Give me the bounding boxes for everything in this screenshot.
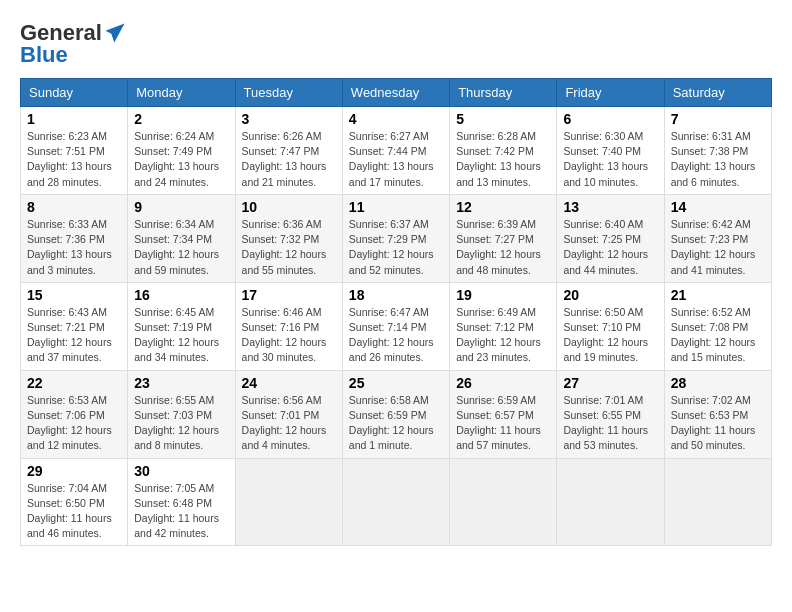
calendar-cell: 6Sunrise: 6:30 AMSunset: 7:40 PMDaylight… xyxy=(557,107,664,195)
day-info: Sunrise: 6:30 AMSunset: 7:40 PMDaylight:… xyxy=(563,129,657,190)
day-info: Sunrise: 6:52 AMSunset: 7:08 PMDaylight:… xyxy=(671,305,765,366)
day-number: 25 xyxy=(349,375,443,391)
calendar-cell xyxy=(235,458,342,546)
day-info: Sunrise: 6:40 AMSunset: 7:25 PMDaylight:… xyxy=(563,217,657,278)
calendar-cell: 15Sunrise: 6:43 AMSunset: 7:21 PMDayligh… xyxy=(21,282,128,370)
day-info: Sunrise: 7:02 AMSunset: 6:53 PMDaylight:… xyxy=(671,393,765,454)
day-info: Sunrise: 6:50 AMSunset: 7:10 PMDaylight:… xyxy=(563,305,657,366)
day-info: Sunrise: 6:59 AMSunset: 6:57 PMDaylight:… xyxy=(456,393,550,454)
calendar-cell: 2Sunrise: 6:24 AMSunset: 7:49 PMDaylight… xyxy=(128,107,235,195)
day-number: 15 xyxy=(27,287,121,303)
calendar-cell: 9Sunrise: 6:34 AMSunset: 7:34 PMDaylight… xyxy=(128,194,235,282)
calendar-cell xyxy=(450,458,557,546)
day-number: 9 xyxy=(134,199,228,215)
day-header-tuesday: Tuesday xyxy=(235,79,342,107)
calendar-cell: 28Sunrise: 7:02 AMSunset: 6:53 PMDayligh… xyxy=(664,370,771,458)
day-number: 11 xyxy=(349,199,443,215)
day-info: Sunrise: 6:24 AMSunset: 7:49 PMDaylight:… xyxy=(134,129,228,190)
calendar-week-row: 29Sunrise: 7:04 AMSunset: 6:50 PMDayligh… xyxy=(21,458,772,546)
calendar-cell: 4Sunrise: 6:27 AMSunset: 7:44 PMDaylight… xyxy=(342,107,449,195)
calendar-body: 1Sunrise: 6:23 AMSunset: 7:51 PMDaylight… xyxy=(21,107,772,546)
calendar-header-row: SundayMondayTuesdayWednesdayThursdayFrid… xyxy=(21,79,772,107)
day-info: Sunrise: 6:31 AMSunset: 7:38 PMDaylight:… xyxy=(671,129,765,190)
day-info: Sunrise: 6:53 AMSunset: 7:06 PMDaylight:… xyxy=(27,393,121,454)
calendar-cell: 29Sunrise: 7:04 AMSunset: 6:50 PMDayligh… xyxy=(21,458,128,546)
calendar-cell: 23Sunrise: 6:55 AMSunset: 7:03 PMDayligh… xyxy=(128,370,235,458)
day-header-friday: Friday xyxy=(557,79,664,107)
calendar-cell xyxy=(557,458,664,546)
page-header: General Blue xyxy=(20,20,772,68)
day-number: 14 xyxy=(671,199,765,215)
day-info: Sunrise: 7:01 AMSunset: 6:55 PMDaylight:… xyxy=(563,393,657,454)
day-info: Sunrise: 6:23 AMSunset: 7:51 PMDaylight:… xyxy=(27,129,121,190)
day-number: 5 xyxy=(456,111,550,127)
calendar-cell: 17Sunrise: 6:46 AMSunset: 7:16 PMDayligh… xyxy=(235,282,342,370)
calendar-cell: 16Sunrise: 6:45 AMSunset: 7:19 PMDayligh… xyxy=(128,282,235,370)
calendar-cell: 19Sunrise: 6:49 AMSunset: 7:12 PMDayligh… xyxy=(450,282,557,370)
day-number: 8 xyxy=(27,199,121,215)
day-number: 26 xyxy=(456,375,550,391)
day-info: Sunrise: 6:34 AMSunset: 7:34 PMDaylight:… xyxy=(134,217,228,278)
calendar-cell: 25Sunrise: 6:58 AMSunset: 6:59 PMDayligh… xyxy=(342,370,449,458)
svg-marker-0 xyxy=(105,23,124,42)
day-info: Sunrise: 6:33 AMSunset: 7:36 PMDaylight:… xyxy=(27,217,121,278)
calendar-cell: 5Sunrise: 6:28 AMSunset: 7:42 PMDaylight… xyxy=(450,107,557,195)
day-info: Sunrise: 6:28 AMSunset: 7:42 PMDaylight:… xyxy=(456,129,550,190)
day-number: 4 xyxy=(349,111,443,127)
calendar-cell: 30Sunrise: 7:05 AMSunset: 6:48 PMDayligh… xyxy=(128,458,235,546)
day-info: Sunrise: 6:36 AMSunset: 7:32 PMDaylight:… xyxy=(242,217,336,278)
day-info: Sunrise: 6:45 AMSunset: 7:19 PMDaylight:… xyxy=(134,305,228,366)
calendar-cell xyxy=(342,458,449,546)
day-number: 2 xyxy=(134,111,228,127)
calendar-cell: 14Sunrise: 6:42 AMSunset: 7:23 PMDayligh… xyxy=(664,194,771,282)
day-number: 27 xyxy=(563,375,657,391)
day-header-saturday: Saturday xyxy=(664,79,771,107)
day-info: Sunrise: 6:58 AMSunset: 6:59 PMDaylight:… xyxy=(349,393,443,454)
day-number: 21 xyxy=(671,287,765,303)
day-header-monday: Monday xyxy=(128,79,235,107)
day-number: 23 xyxy=(134,375,228,391)
day-info: Sunrise: 6:27 AMSunset: 7:44 PMDaylight:… xyxy=(349,129,443,190)
calendar-cell: 18Sunrise: 6:47 AMSunset: 7:14 PMDayligh… xyxy=(342,282,449,370)
day-number: 22 xyxy=(27,375,121,391)
day-info: Sunrise: 6:47 AMSunset: 7:14 PMDaylight:… xyxy=(349,305,443,366)
day-info: Sunrise: 6:56 AMSunset: 7:01 PMDaylight:… xyxy=(242,393,336,454)
day-number: 16 xyxy=(134,287,228,303)
day-info: Sunrise: 6:49 AMSunset: 7:12 PMDaylight:… xyxy=(456,305,550,366)
day-number: 1 xyxy=(27,111,121,127)
calendar-cell: 7Sunrise: 6:31 AMSunset: 7:38 PMDaylight… xyxy=(664,107,771,195)
day-info: Sunrise: 6:55 AMSunset: 7:03 PMDaylight:… xyxy=(134,393,228,454)
calendar-cell: 27Sunrise: 7:01 AMSunset: 6:55 PMDayligh… xyxy=(557,370,664,458)
calendar-cell: 20Sunrise: 6:50 AMSunset: 7:10 PMDayligh… xyxy=(557,282,664,370)
day-info: Sunrise: 6:39 AMSunset: 7:27 PMDaylight:… xyxy=(456,217,550,278)
day-number: 19 xyxy=(456,287,550,303)
calendar-cell: 12Sunrise: 6:39 AMSunset: 7:27 PMDayligh… xyxy=(450,194,557,282)
calendar-cell: 24Sunrise: 6:56 AMSunset: 7:01 PMDayligh… xyxy=(235,370,342,458)
day-number: 20 xyxy=(563,287,657,303)
calendar-cell: 22Sunrise: 6:53 AMSunset: 7:06 PMDayligh… xyxy=(21,370,128,458)
day-number: 12 xyxy=(456,199,550,215)
calendar-cell: 13Sunrise: 6:40 AMSunset: 7:25 PMDayligh… xyxy=(557,194,664,282)
calendar-week-row: 22Sunrise: 6:53 AMSunset: 7:06 PMDayligh… xyxy=(21,370,772,458)
day-info: Sunrise: 6:42 AMSunset: 7:23 PMDaylight:… xyxy=(671,217,765,278)
day-number: 7 xyxy=(671,111,765,127)
logo: General Blue xyxy=(20,20,126,68)
day-number: 13 xyxy=(563,199,657,215)
bird-icon xyxy=(104,22,126,44)
day-header-sunday: Sunday xyxy=(21,79,128,107)
day-number: 30 xyxy=(134,463,228,479)
calendar-cell: 26Sunrise: 6:59 AMSunset: 6:57 PMDayligh… xyxy=(450,370,557,458)
day-number: 18 xyxy=(349,287,443,303)
calendar-cell: 3Sunrise: 6:26 AMSunset: 7:47 PMDaylight… xyxy=(235,107,342,195)
day-info: Sunrise: 6:26 AMSunset: 7:47 PMDaylight:… xyxy=(242,129,336,190)
calendar-week-row: 1Sunrise: 6:23 AMSunset: 7:51 PMDaylight… xyxy=(21,107,772,195)
day-info: Sunrise: 7:05 AMSunset: 6:48 PMDaylight:… xyxy=(134,481,228,542)
calendar-cell: 10Sunrise: 6:36 AMSunset: 7:32 PMDayligh… xyxy=(235,194,342,282)
day-number: 29 xyxy=(27,463,121,479)
day-header-thursday: Thursday xyxy=(450,79,557,107)
calendar-week-row: 8Sunrise: 6:33 AMSunset: 7:36 PMDaylight… xyxy=(21,194,772,282)
day-header-wednesday: Wednesday xyxy=(342,79,449,107)
day-info: Sunrise: 6:37 AMSunset: 7:29 PMDaylight:… xyxy=(349,217,443,278)
calendar-table: SundayMondayTuesdayWednesdayThursdayFrid… xyxy=(20,78,772,546)
day-number: 17 xyxy=(242,287,336,303)
